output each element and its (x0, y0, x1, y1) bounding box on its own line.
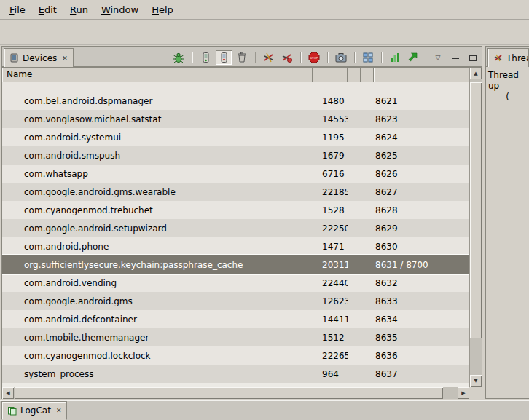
cause-gc-icon[interactable] (234, 50, 250, 65)
table-row[interactable]: com.google.android.gms.wearable221858627 (2, 183, 469, 201)
systrace-icon[interactable] (387, 50, 403, 65)
process-pid: 1679 (313, 151, 348, 161)
table-row[interactable]: com.whatsapp67168626 (2, 165, 469, 183)
process-port: 8626 (374, 169, 469, 179)
debug-process-icon[interactable] (171, 50, 187, 65)
process-port: 8634 (374, 314, 469, 325)
tab-threads[interactable]: Threads (487, 48, 529, 67)
process-pid: 1512 (313, 333, 348, 343)
process-pid: 12623 (313, 296, 348, 306)
close-icon[interactable]: ✕ (56, 407, 62, 414)
table-row[interactable]: com.android.defcontainer144118634 (2, 310, 469, 328)
process-pid: 964 (313, 369, 348, 379)
devices-panel: Devices ✕ (1, 46, 482, 399)
process-pid: 6716 (313, 169, 348, 179)
scroll-left-icon[interactable]: ◀ (2, 387, 14, 399)
update-threads-icon[interactable] (261, 50, 277, 65)
logcat-tabstrip: LogCat ✕ (0, 400, 529, 420)
menu-run[interactable]: Run (63, 2, 95, 17)
table-row[interactable]: com.cyanogenmod.trebuchet15288628 (2, 201, 469, 219)
method-profiling-icon[interactable] (279, 50, 295, 65)
table-row[interactable]: system_process9648637 (2, 365, 469, 383)
table-row[interactable]: org.sufficientlysecure.keychain:passphra… (2, 255, 469, 274)
vertical-scrollbar[interactable]: ▲ ▼ (469, 68, 482, 387)
scroll-up-icon[interactable]: ▲ (470, 68, 482, 79)
process-port: 8625 (374, 151, 469, 161)
column-header-port[interactable] (374, 68, 469, 82)
table-row-partial (2, 82, 469, 92)
process-port: 8624 (374, 132, 469, 143)
scroll-down-icon[interactable]: ▼ (470, 375, 482, 387)
column-header-name[interactable]: Name (2, 68, 313, 82)
main-toolbar (0, 20, 529, 45)
table-row[interactable]: com.android.smspush16798625 (2, 146, 469, 165)
process-pid: 22185 (313, 187, 348, 197)
process-name: com.android.phone (2, 242, 313, 252)
process-name: com.vonglasow.michael.satstat (2, 114, 313, 124)
table-row[interactable]: com.android.phone14718630 (2, 237, 469, 255)
process-pid: 22440 (313, 278, 348, 288)
table-row[interactable]: com.google.android.setupwizard222508629 (2, 219, 469, 237)
svg-text:STOP: STOP (310, 56, 318, 60)
device-process-table: Name com.bel.android.dspmanager14808621c… (2, 67, 482, 399)
process-name: com.bel.android.dspmanager (2, 96, 313, 106)
table-row[interactable]: com.cyanogenmod.lockclock222658636 (2, 346, 469, 365)
threads-panel: Threads Thread up ( (485, 46, 529, 399)
table-row[interactable]: com.android.systemui11958624 (2, 128, 469, 146)
opengl-trace-icon[interactable] (405, 50, 421, 65)
dump-hprof-icon[interactable] (216, 50, 232, 65)
process-pid: 14411 (313, 314, 348, 325)
devices-tabstrip: Devices ✕ (2, 47, 482, 67)
process-pid: 1195 (313, 132, 348, 143)
vertical-scrollbar-thumb[interactable] (470, 82, 482, 338)
column-header-pid[interactable] (313, 68, 348, 82)
view-menu-icon[interactable]: ▽ (432, 52, 444, 63)
menu-file[interactable]: File (3, 2, 32, 17)
toolbar-separator (327, 52, 328, 63)
scrollbar-corner (469, 387, 482, 399)
table-row[interactable]: com.tmobile.thememanager15128635 (2, 328, 469, 346)
tab-devices[interactable]: Devices ✕ (4, 48, 74, 67)
process-port: 8629 (374, 223, 469, 234)
process-name: com.google.android.gms (2, 296, 313, 306)
process-pid: 22250 (313, 223, 348, 234)
process-name: com.google.android.setupwizard (2, 223, 313, 234)
devices-toolbar: STOP ▽ (171, 49, 479, 66)
logcat-icon (7, 406, 17, 416)
update-heap-icon[interactable] (197, 50, 213, 65)
process-name: com.android.vending (2, 278, 313, 288)
horizontal-scrollbar[interactable]: ◀ ▶ (2, 387, 469, 399)
toolbar-separator (192, 52, 192, 63)
process-port: 8632 (374, 278, 469, 288)
table-row[interactable]: com.google.android.gms126238633 (2, 292, 469, 310)
column-header-3[interactable] (348, 68, 361, 82)
table-row[interactable]: com.bel.android.dspmanager14808621 (2, 92, 469, 110)
process-pid: 1480 (313, 96, 348, 106)
process-pid: 20311 (313, 260, 348, 270)
process-name: com.android.smspush (2, 151, 313, 161)
close-icon[interactable]: ✕ (62, 55, 68, 62)
table-row[interactable]: com.android.vending224408632 (2, 274, 469, 292)
process-port: 8628 (374, 205, 469, 215)
process-port: 8630 (374, 242, 469, 252)
threads-message: Thread up ( (486, 67, 529, 106)
column-header-4[interactable] (361, 68, 374, 82)
screen-capture-icon[interactable] (333, 50, 349, 65)
process-name: com.google.android.gms.wearable (2, 187, 313, 197)
process-port: 8623 (374, 114, 469, 124)
stop-process-icon[interactable]: STOP (306, 50, 322, 65)
tab-logcat[interactable]: LogCat ✕ (1, 401, 67, 420)
horizontal-scrollbar-thumb[interactable] (15, 387, 443, 399)
minimize-icon[interactable] (450, 52, 461, 63)
toolbar-separator (300, 52, 301, 63)
menu-help[interactable]: Help (145, 2, 180, 17)
process-name: com.android.defcontainer (2, 314, 313, 325)
view-hierarchy-icon[interactable] (360, 50, 376, 65)
maximize-icon[interactable] (467, 52, 479, 63)
menu-edit[interactable]: Edit (32, 2, 63, 17)
menu-window[interactable]: Window (95, 2, 145, 17)
scroll-right-icon[interactable]: ▶ (458, 387, 469, 399)
table-header: Name (2, 68, 469, 82)
table-row[interactable]: com.vonglasow.michael.satstat145538623 (2, 110, 469, 128)
process-port: 8633 (374, 296, 469, 306)
